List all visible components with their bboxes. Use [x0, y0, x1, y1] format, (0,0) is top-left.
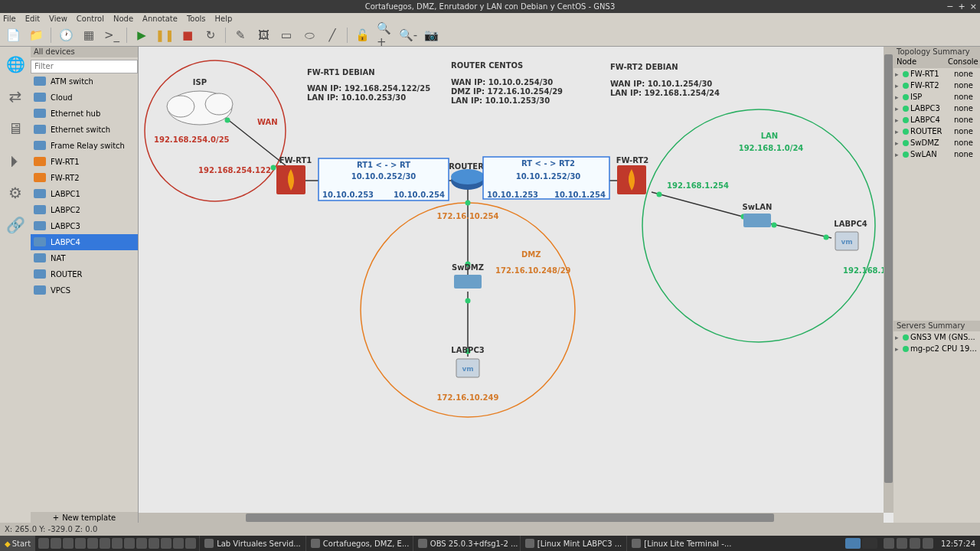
ql-icon-4[interactable]: [75, 538, 86, 549]
show-grid-button[interactable]: ▦: [80, 27, 97, 44]
menu-annotate[interactable]: Annotate: [142, 15, 178, 23]
node-labpc4[interactable]: vm LABPC4: [834, 220, 867, 250]
server-row[interactable]: ▸GNS3 VM (GNS...: [893, 331, 980, 343]
topology-row-fw-rt1[interactable]: ▸FW-RT1none: [893, 68, 980, 80]
node-fwrt2[interactable]: FW-RT2: [616, 156, 649, 194]
pause-all-button[interactable]: ❚❚: [156, 27, 173, 44]
topology-row-fw-rt2[interactable]: ▸FW-RT2none: [893, 80, 980, 91]
ql-icon-10[interactable]: [149, 538, 159, 549]
taskbar-item-0[interactable]: Lab Virtuales Servid...: [199, 536, 305, 551]
device-item-cloud[interactable]: Cloud: [31, 90, 138, 106]
device-item-ethernet-hub[interactable]: Ethernet hub: [31, 106, 138, 122]
ql-icon-7[interactable]: [112, 538, 122, 549]
tray-update-icon[interactable]: [897, 538, 907, 549]
topology-row-swdmz[interactable]: ▸SwDMZnone: [893, 137, 980, 148]
insert-image-button[interactable]: 🖼: [255, 27, 272, 44]
topology-row-labpc3[interactable]: ▸LABPC3none: [893, 103, 980, 114]
tray-bluetooth-icon[interactable]: [910, 538, 920, 549]
reload-all-button[interactable]: ↻: [202, 27, 219, 44]
ql-icon-8[interactable]: [124, 538, 135, 549]
ql-icon-9[interactable]: [136, 538, 147, 549]
minimize-button[interactable]: −: [946, 0, 953, 13]
node-router[interactable]: ROUTER: [449, 162, 485, 190]
menu-node[interactable]: Node: [113, 15, 133, 23]
taskbar-item-4[interactable]: [Linux Lite Terminal -...: [626, 536, 733, 551]
draw-line-button[interactable]: ╱: [324, 27, 341, 44]
tray-network-icon[interactable]: [884, 538, 894, 549]
workspace-1[interactable]: [845, 538, 861, 549]
device-item-labpc2[interactable]: LABPC2: [31, 202, 138, 218]
topology-row-router[interactable]: ▸ROUTERnone: [893, 126, 980, 137]
menu-tools[interactable]: Tools: [187, 15, 206, 23]
canvas-hscroll[interactable]: [139, 513, 884, 523]
snapshot-button[interactable]: 🕐: [57, 27, 74, 44]
zoom-in-button[interactable]: 🔍+: [377, 27, 394, 44]
browse-all-devices-button[interactable]: ⚙: [4, 181, 27, 204]
device-item-router[interactable]: ROUTER: [31, 266, 138, 282]
draw-ellipse-button[interactable]: ⬭: [301, 27, 318, 44]
server-row[interactable]: ▸mg-pc2 CPU 19...: [893, 343, 980, 354]
topology-canvas[interactable]: ISP WAN 192.168.254.0/25 192.168.254.122…: [139, 47, 893, 523]
link-fwrt2-swlan[interactable]: [652, 192, 751, 219]
device-item-fw-rt2[interactable]: FW-RT2: [31, 170, 138, 186]
menu-view[interactable]: View: [49, 15, 67, 23]
node-isp[interactable]: ISP: [167, 78, 233, 125]
taskbar-item-2[interactable]: OBS 25.0.3+dfsg1-2 ...: [413, 536, 520, 551]
start-menu-button[interactable]: ◆Start: [0, 536, 35, 551]
taskbar-item-1[interactable]: Cortafuegos, DMZ, E...: [305, 536, 413, 551]
device-filter-input[interactable]: [31, 60, 138, 73]
new-project-button[interactable]: 📄: [5, 27, 21, 44]
taskbar-item-3[interactable]: [Linux Mint LABPC3 ...: [520, 536, 626, 551]
topology-row-swlan[interactable]: ▸SwLANnone: [893, 148, 980, 160]
topology-row-labpc4[interactable]: ▸LABPC4none: [893, 114, 980, 126]
menu-control[interactable]: Control: [77, 15, 104, 23]
device-item-label: LABPC2: [51, 206, 80, 214]
ql-icon-12[interactable]: [173, 538, 184, 549]
stop-all-button[interactable]: ■: [179, 27, 196, 44]
add-link-button[interactable]: 🔗: [4, 214, 27, 236]
ql-icon-11[interactable]: [161, 538, 172, 549]
device-item-vpcs[interactable]: VPCS: [31, 282, 138, 298]
device-item-labpc4[interactable]: LABPC4: [31, 234, 138, 250]
device-item-nat[interactable]: NAT: [31, 250, 138, 266]
node-swdmz[interactable]: SwDMZ: [452, 263, 484, 289]
console-button[interactable]: >_: [103, 27, 120, 44]
device-item-labpc3[interactable]: LABPC3: [31, 218, 138, 234]
browse-security-button[interactable]: ⏵: [4, 149, 27, 172]
ql-icon-3[interactable]: [63, 538, 74, 549]
add-note-button[interactable]: ✎: [232, 27, 249, 44]
taskbar-clock[interactable]: 12:57:24: [936, 540, 980, 548]
ql-icon-5[interactable]: [87, 538, 98, 549]
browse-routers-button[interactable]: 🌐: [4, 53, 27, 76]
node-labpc3[interactable]: vm LABPC3: [451, 346, 484, 377]
screenshot-button[interactable]: 📷: [423, 27, 439, 44]
ql-icon-13[interactable]: [185, 538, 196, 549]
device-item-atm-switch[interactable]: ATM switch: [31, 73, 138, 90]
open-project-button[interactable]: 📁: [28, 27, 44, 44]
device-item-labpc1[interactable]: LABPC1: [31, 186, 138, 202]
menu-edit[interactable]: Edit: [25, 15, 40, 23]
ql-icon-2[interactable]: [51, 538, 61, 549]
topology-row-isp[interactable]: ▸ISPnone: [893, 91, 980, 103]
new-template-button[interactable]: + New template: [31, 512, 138, 523]
tray-volume-icon[interactable]: [923, 538, 933, 549]
lock-button[interactable]: 🔓: [354, 27, 371, 44]
canvas-vscroll[interactable]: [884, 47, 893, 513]
zoom-out-button[interactable]: 🔍-: [400, 27, 416, 44]
draw-rect-button[interactable]: ▭: [278, 27, 295, 44]
ql-icon-6[interactable]: [100, 538, 110, 549]
device-item-frame-relay-switch[interactable]: Frame Relay switch: [31, 138, 138, 154]
start-all-button[interactable]: ▶: [133, 27, 150, 44]
device-item-ethernet-switch[interactable]: Ethernet switch: [31, 122, 138, 138]
device-item-fw-rt1[interactable]: FW-RT1: [31, 154, 138, 170]
browse-switches-button[interactable]: ⇄: [4, 85, 27, 108]
menu-help[interactable]: Help: [215, 15, 233, 23]
close-button[interactable]: ×: [970, 0, 977, 13]
browse-end-devices-button[interactable]: 🖥: [4, 117, 27, 140]
menu-file[interactable]: File: [3, 15, 16, 23]
maximize-button[interactable]: +: [959, 0, 965, 13]
node-fwrt1[interactable]: FW-RT1: [276, 156, 312, 194]
workspace-2[interactable]: [862, 538, 877, 549]
ql-icon-1[interactable]: [38, 538, 49, 549]
node-swlan[interactable]: SwLAN: [743, 203, 773, 227]
